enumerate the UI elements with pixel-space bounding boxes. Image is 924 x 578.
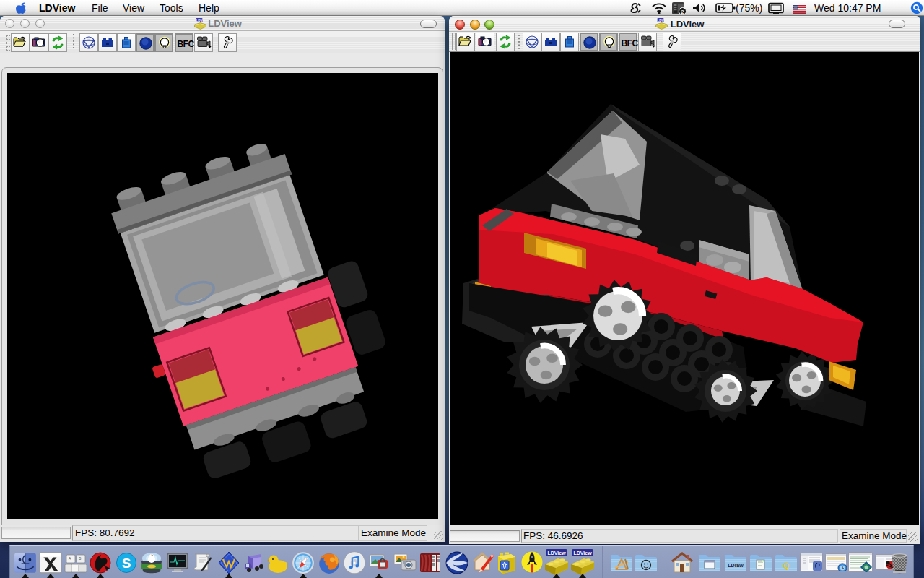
svg-text:BFC: BFC (177, 39, 194, 49)
svg-text:BFC: BFC (621, 38, 638, 48)
svg-text:S: S (122, 556, 131, 571)
svg-text:LDraw: LDraw (728, 563, 744, 568)
svg-text:LDView: LDView (547, 551, 566, 556)
svg-text:LDView: LDView (573, 551, 592, 556)
svg-text:Q: Q (783, 561, 790, 570)
svg-text:2: 2 (681, 9, 684, 15)
